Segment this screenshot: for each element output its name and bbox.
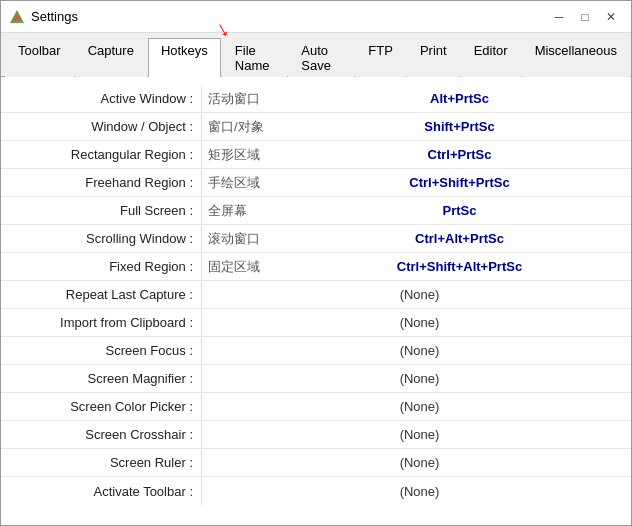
title-bar-left: Settings xyxy=(9,9,78,25)
chinese-active-window: 活动窗口 xyxy=(208,90,288,108)
value-import-clipboard[interactable]: (None) xyxy=(201,309,631,336)
row-full-screen: Full Screen : 全屏幕 PrtSc xyxy=(1,197,631,225)
value-repeat-last-capture[interactable]: (None) xyxy=(201,281,631,308)
shortcut-freehand-region: Ctrl+Shift+PrtSc xyxy=(288,175,631,190)
label-activate-toolbar: Activate Toolbar : xyxy=(1,484,201,499)
chinese-full-screen: 全屏幕 xyxy=(208,202,288,220)
shortcut-screen-magnifier: (None) xyxy=(208,371,631,386)
maximize-button[interactable]: □ xyxy=(573,6,597,28)
row-screen-focus: Screen Focus : (None) xyxy=(1,337,631,365)
value-screen-magnifier[interactable]: (None) xyxy=(201,365,631,392)
row-active-window: Active Window : 活动窗口 Alt+PrtSc xyxy=(1,85,631,113)
tab-filename[interactable]: File Name xyxy=(222,38,288,77)
shortcut-screen-color-picker: (None) xyxy=(208,399,631,414)
row-scrolling-window: Scrolling Window : 滚动窗口 Ctrl+Alt+PrtSc xyxy=(1,225,631,253)
shortcut-full-screen: PrtSc xyxy=(288,203,631,218)
label-rectangular-region: Rectangular Region : xyxy=(1,147,201,162)
label-screen-crosshair: Screen Crosshair : xyxy=(1,427,201,442)
value-fixed-region[interactable]: 固定区域 Ctrl+Shift+Alt+PrtSc xyxy=(201,253,631,280)
shortcut-window-object: Shift+PrtSc xyxy=(288,119,631,134)
row-repeat-last-capture: Repeat Last Capture : (None) xyxy=(1,281,631,309)
label-screen-magnifier: Screen Magnifier : xyxy=(1,371,201,386)
label-window-object: Window / Object : xyxy=(1,119,201,134)
row-freehand-region: Freehand Region : 手绘区域 Ctrl+Shift+PrtSc xyxy=(1,169,631,197)
label-fixed-region: Fixed Region : xyxy=(1,259,201,274)
row-screen-crosshair: Screen Crosshair : (None) xyxy=(1,421,631,449)
value-screen-color-picker[interactable]: (None) xyxy=(201,393,631,420)
value-scrolling-window[interactable]: 滚动窗口 Ctrl+Alt+PrtSc xyxy=(201,225,631,252)
shortcut-screen-crosshair: (None) xyxy=(208,427,631,442)
chinese-rectangular-region: 矩形区域 xyxy=(208,146,288,164)
value-rectangular-region[interactable]: 矩形区域 Ctrl+PrtSc xyxy=(201,141,631,168)
row-screen-magnifier: Screen Magnifier : (None) xyxy=(1,365,631,393)
label-screen-ruler: Screen Ruler : xyxy=(1,455,201,470)
row-screen-ruler: Screen Ruler : (None) xyxy=(1,449,631,477)
label-screen-color-picker: Screen Color Picker : xyxy=(1,399,201,414)
row-import-clipboard: Import from Clipboard : (None) xyxy=(1,309,631,337)
shortcut-fixed-region: Ctrl+Shift+Alt+PrtSc xyxy=(288,259,631,274)
row-activate-toolbar: Activate Toolbar : (None) xyxy=(1,477,631,505)
tab-ftp[interactable]: FTP xyxy=(355,38,406,77)
tab-editor[interactable]: Editor xyxy=(461,38,521,77)
row-window-object: Window / Object : 窗口/对象 Shift+PrtSc xyxy=(1,113,631,141)
row-screen-color-picker: Screen Color Picker : (None) xyxy=(1,393,631,421)
shortcut-screen-ruler: (None) xyxy=(208,455,631,470)
shortcut-import-clipboard: (None) xyxy=(208,315,631,330)
label-active-window: Active Window : xyxy=(1,91,201,106)
label-screen-focus: Screen Focus : xyxy=(1,343,201,358)
hotkeys-content: Active Window : 活动窗口 Alt+PrtSc Window / … xyxy=(1,77,631,525)
row-fixed-region: Fixed Region : 固定区域 Ctrl+Shift+Alt+PrtSc xyxy=(1,253,631,281)
app-icon xyxy=(9,9,25,25)
shortcut-repeat-last-capture: (None) xyxy=(208,287,631,302)
value-active-window[interactable]: 活动窗口 Alt+PrtSc xyxy=(201,85,631,112)
tab-miscellaneous[interactable]: Miscellaneous xyxy=(522,38,630,77)
window-title: Settings xyxy=(31,9,78,24)
chinese-freehand-region: 手绘区域 xyxy=(208,174,288,192)
tab-print[interactable]: Print xyxy=(407,38,460,77)
tab-capture[interactable]: Capture xyxy=(75,38,147,77)
value-freehand-region[interactable]: 手绘区域 Ctrl+Shift+PrtSc xyxy=(201,169,631,196)
chinese-fixed-region: 固定区域 xyxy=(208,258,288,276)
value-activate-toolbar[interactable]: (None) xyxy=(201,477,631,505)
shortcut-rectangular-region: Ctrl+PrtSc xyxy=(288,147,631,162)
shortcut-screen-focus: (None) xyxy=(208,343,631,358)
shortcut-scrolling-window: Ctrl+Alt+PrtSc xyxy=(288,231,631,246)
minimize-button[interactable]: ─ xyxy=(547,6,571,28)
value-screen-focus[interactable]: (None) xyxy=(201,337,631,364)
label-freehand-region: Freehand Region : xyxy=(1,175,201,190)
label-scrolling-window: Scrolling Window : xyxy=(1,231,201,246)
tab-bar: Toolbar Capture Hotkeys File Name Auto S… xyxy=(1,33,631,77)
tab-toolbar[interactable]: Toolbar xyxy=(5,38,74,77)
label-repeat-last-capture: Repeat Last Capture : xyxy=(1,287,201,302)
title-bar: Settings ─ □ ✕ xyxy=(1,1,631,33)
chinese-scrolling-window: 滚动窗口 xyxy=(208,230,288,248)
tab-autosave[interactable]: Auto Save xyxy=(288,38,354,77)
tab-hotkeys[interactable]: Hotkeys xyxy=(148,38,221,77)
value-screen-crosshair[interactable]: (None) xyxy=(201,421,631,448)
close-button[interactable]: ✕ xyxy=(599,6,623,28)
value-window-object[interactable]: 窗口/对象 Shift+PrtSc xyxy=(201,113,631,140)
label-full-screen: Full Screen : xyxy=(1,203,201,218)
settings-window: Settings ─ □ ✕ Toolbar Capture Hotkeys F… xyxy=(0,0,632,526)
shortcut-active-window: Alt+PrtSc xyxy=(288,91,631,106)
value-screen-ruler[interactable]: (None) xyxy=(201,449,631,476)
chinese-window-object: 窗口/对象 xyxy=(208,118,288,136)
shortcut-activate-toolbar: (None) xyxy=(208,484,631,499)
label-import-clipboard: Import from Clipboard : xyxy=(1,315,201,330)
title-bar-controls: ─ □ ✕ xyxy=(547,6,623,28)
row-rectangular-region: Rectangular Region : 矩形区域 Ctrl+PrtSc xyxy=(1,141,631,169)
value-full-screen[interactable]: 全屏幕 PrtSc xyxy=(201,197,631,224)
